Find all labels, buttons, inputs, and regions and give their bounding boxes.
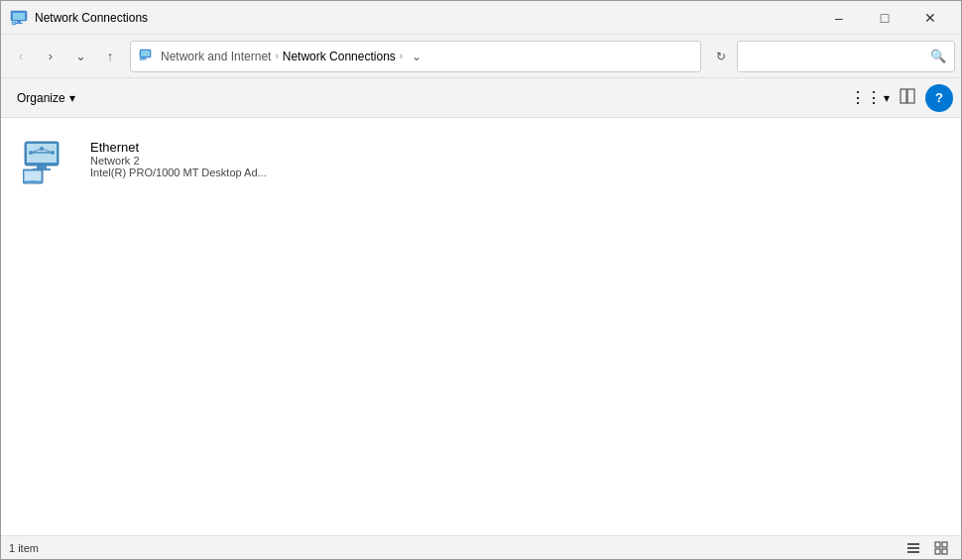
recent-locations-button[interactable]: ⌄: [66, 43, 94, 70]
svg-rect-26: [29, 181, 37, 183]
status-grid-view-button[interactable]: [929, 538, 953, 558]
search-icon: 🔍: [930, 49, 946, 63]
svg-rect-22: [37, 166, 47, 168]
network-icon: [23, 140, 78, 187]
svg-rect-5: [13, 22, 16, 24]
svg-rect-11: [140, 57, 142, 59]
content-area: Ethernet Network 2 Intel(R) PRO/1000 MT …: [1, 118, 961, 535]
svg-rect-31: [935, 542, 940, 547]
status-bar: 1 item: [1, 535, 961, 559]
address-dropdown-button[interactable]: ⌄: [407, 43, 426, 70]
svg-rect-34: [942, 549, 947, 554]
svg-rect-27: [27, 182, 39, 183]
window-title: Network Connections: [35, 11, 816, 25]
maximize-button[interactable]: □: [862, 1, 907, 35]
view-chevron: ▾: [884, 91, 890, 105]
svg-rect-30: [907, 551, 919, 553]
app-icon: [9, 8, 29, 28]
breadcrumb-sep2: ›: [400, 51, 403, 61]
breadcrumb-sep1: ›: [275, 51, 278, 61]
breadcrumb-network-internet: Network and Internet: [161, 50, 271, 63]
pane-button[interactable]: [894, 84, 921, 112]
status-bar-right: [902, 538, 953, 558]
forward-button[interactable]: ›: [37, 43, 64, 70]
up-button[interactable]: ↑: [96, 43, 124, 70]
svg-rect-12: [901, 89, 906, 103]
network-adapter: Intel(R) PRO/1000 MT Desktop Ad...: [90, 167, 267, 178]
svg-rect-29: [907, 547, 919, 549]
title-bar: Network Connections – □ ✕: [1, 1, 961, 35]
view-icon: ⋮⋮: [850, 88, 882, 107]
svg-rect-1: [13, 13, 25, 20]
view-options-button[interactable]: ⋮⋮ ▾: [846, 84, 894, 112]
ethernet-label: Ethernet: [90, 140, 267, 155]
network-item-ethernet[interactable]: Ethernet Network 2 Intel(R) PRO/1000 MT …: [17, 134, 295, 193]
help-button[interactable]: ?: [925, 84, 953, 112]
nav-bar: ‹ › ⌄ ↑ Network and Internet › Network C…: [1, 35, 961, 78]
search-box[interactable]: 🔍: [737, 41, 955, 72]
svg-rect-25: [25, 171, 42, 181]
svg-rect-13: [907, 89, 914, 103]
search-input[interactable]: [746, 50, 926, 63]
window-controls: – □ ✕: [816, 1, 953, 35]
svg-rect-7: [141, 51, 150, 56]
item-count: 1 item: [9, 542, 39, 554]
network-status: Network 2: [90, 155, 267, 167]
network-info: Ethernet Network 2 Intel(R) PRO/1000 MT …: [90, 140, 267, 178]
svg-rect-3: [15, 23, 23, 24]
address-bar-icon: [139, 48, 157, 65]
svg-rect-32: [942, 542, 947, 547]
address-breadcrumb: Network and Internet › Network Connectio…: [161, 50, 403, 63]
close-button[interactable]: ✕: [907, 1, 953, 35]
organize-label: Organize: [17, 91, 65, 105]
toolbar: Organize ▾ ⋮⋮ ▾ ?: [1, 78, 961, 118]
organize-button[interactable]: Organize ▾: [9, 87, 83, 109]
back-button[interactable]: ‹: [7, 43, 35, 70]
minimize-button[interactable]: –: [816, 1, 862, 35]
breadcrumb-network-connections: Network Connections: [283, 50, 396, 63]
status-list-view-button[interactable]: [902, 538, 925, 558]
svg-rect-8: [143, 57, 146, 59]
refresh-button[interactable]: ↻: [707, 43, 735, 70]
svg-rect-33: [935, 549, 940, 554]
svg-rect-2: [17, 21, 21, 23]
svg-rect-28: [907, 543, 919, 545]
pane-icon: [900, 88, 915, 107]
address-bar[interactable]: Network and Internet › Network Connectio…: [130, 41, 701, 72]
organize-chevron: ▾: [69, 91, 75, 105]
